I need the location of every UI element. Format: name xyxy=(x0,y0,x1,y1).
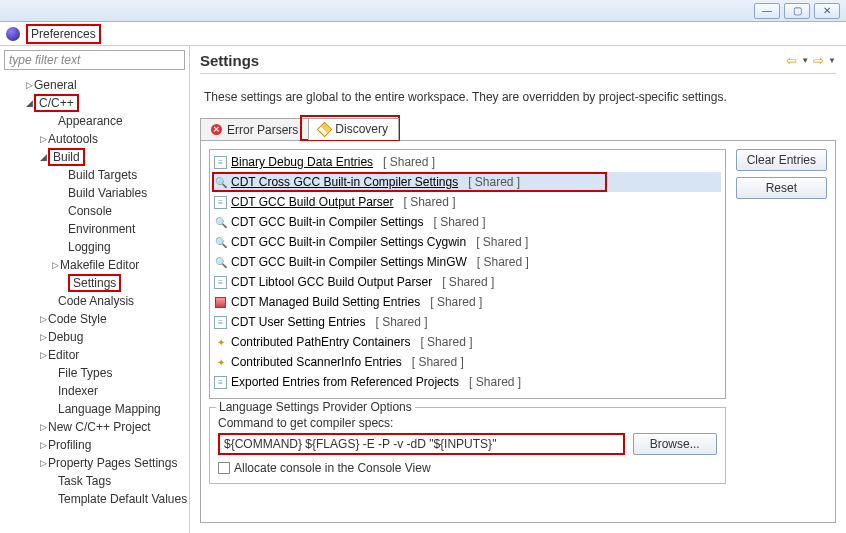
provider-listbox[interactable]: ≡Binary Debug Data Entries[ Shared ]🔍CDT… xyxy=(209,149,726,399)
nav-back-icon[interactable]: ⇦ xyxy=(786,53,797,68)
provider-label: Exported Entries from Referenced Project… xyxy=(231,375,459,389)
tree-twisty-icon[interactable]: ▷ xyxy=(38,134,48,144)
tree-item[interactable]: Build Variables xyxy=(0,184,189,202)
minimize-button[interactable]: — xyxy=(754,3,780,19)
shared-badge: [ Shared ] xyxy=(376,315,428,329)
tree-item[interactable]: File Types xyxy=(0,364,189,382)
provider-label: CDT GCC Built-in Compiler Settings xyxy=(231,215,424,229)
group-legend: Language Settings Provider Options xyxy=(216,400,415,414)
preferences-tree[interactable]: ▷General◢C/C++Appearance▷Autotools◢Build… xyxy=(0,74,189,533)
shared-badge: [ Shared ] xyxy=(412,355,464,369)
tree-item-label: Debug xyxy=(48,330,83,344)
tree-item[interactable]: ▷Debug xyxy=(0,328,189,346)
provider-label: CDT GCC Built-in Compiler Settings Cygwi… xyxy=(231,235,466,249)
provider-row[interactable]: 🔍CDT GCC Built-in Compiler Settings[ Sha… xyxy=(214,212,721,232)
tree-twisty-icon[interactable]: ▷ xyxy=(38,422,48,432)
shared-badge: [ Shared ] xyxy=(477,255,529,269)
tree-twisty-icon[interactable]: ▷ xyxy=(38,350,48,360)
tree-item[interactable]: ▷Makefile Editor xyxy=(0,256,189,274)
tab-label: Discovery xyxy=(335,122,388,136)
shared-badge: [ Shared ] xyxy=(404,195,456,209)
provider-row[interactable]: ≡CDT Libtool GCC Build Output Parser[ Sh… xyxy=(214,272,721,292)
tree-twisty-icon[interactable]: ◢ xyxy=(24,98,34,108)
provider-options-group: Language Settings Provider Options Comma… xyxy=(209,407,726,484)
tree-item-label: Build Variables xyxy=(68,186,147,200)
provider-label: CDT GCC Built-in Compiler Settings MinGW xyxy=(231,255,467,269)
tab-error-parsers[interactable]: ✕ Error Parsers xyxy=(200,118,309,140)
browse-button[interactable]: Browse... xyxy=(633,433,717,455)
tree-item[interactable]: ▷General xyxy=(0,76,189,94)
tree-item[interactable]: Task Tags xyxy=(0,472,189,490)
provider-row[interactable]: 🔍CDT Cross GCC Built-in Compiler Setting… xyxy=(214,172,721,192)
tree-item-label: Build xyxy=(48,148,85,166)
tree-item[interactable]: ▷Autotools xyxy=(0,130,189,148)
provider-label: CDT Managed Build Setting Entries xyxy=(231,295,420,309)
provider-row[interactable]: 🔍CDT GCC Built-in Compiler Settings MinG… xyxy=(214,252,721,272)
provider-row[interactable]: ✦Contributed ScannerInfo Entries[ Shared… xyxy=(214,352,721,372)
tree-item[interactable]: ◢C/C++ xyxy=(0,94,189,112)
provider-row[interactable]: ≡CDT User Setting Entries[ Shared ] xyxy=(214,312,721,332)
tree-item[interactable]: ▷Code Style xyxy=(0,310,189,328)
provider-label: CDT User Setting Entries xyxy=(231,315,366,329)
tree-twisty-icon[interactable]: ◢ xyxy=(38,152,48,162)
tree-item[interactable]: Template Default Values xyxy=(0,490,189,508)
provider-row[interactable]: ≡Exported Entries from Referenced Projec… xyxy=(214,372,721,392)
tree-item-label: Template Default Values xyxy=(58,492,187,506)
provider-row[interactable]: ≡Binary Debug Data Entries[ Shared ] xyxy=(214,152,721,172)
tree-twisty-icon[interactable]: ▷ xyxy=(38,440,48,450)
tree-item[interactable]: Appearance xyxy=(0,112,189,130)
nav-back-menu-icon[interactable]: ▼ xyxy=(801,56,809,65)
provider-row[interactable]: ≡CDT GCC Build Output Parser[ Shared ] xyxy=(214,192,721,212)
tree-item[interactable]: Language Mapping xyxy=(0,400,189,418)
tree-item[interactable]: ▷Property Pages Settings xyxy=(0,454,189,472)
tree-item[interactable]: Indexer xyxy=(0,382,189,400)
tree-item[interactable]: ▷Editor xyxy=(0,346,189,364)
provider-row[interactable]: ✦Contributed PathEntry Containers[ Share… xyxy=(214,332,721,352)
command-input[interactable]: ${COMMAND} ${FLAGS} -E -P -v -dD "${INPU… xyxy=(218,433,625,455)
nav-fwd-menu-icon[interactable]: ▼ xyxy=(828,56,836,65)
tree-item[interactable]: Environment xyxy=(0,220,189,238)
tree-item-label: General xyxy=(34,78,77,92)
shared-badge: [ Shared ] xyxy=(430,295,482,309)
tree-item[interactable]: Settings xyxy=(0,274,189,292)
close-button[interactable]: ✕ xyxy=(814,3,840,19)
shared-badge: [ Shared ] xyxy=(469,375,521,389)
tree-item-label: C/C++ xyxy=(34,94,79,112)
preferences-tree-panel: type filter text ▷General◢C/C++Appearanc… xyxy=(0,46,190,533)
tab-discovery[interactable]: Discovery xyxy=(308,118,399,140)
shared-badge: [ Shared ] xyxy=(434,215,486,229)
provider-row[interactable]: CDT Managed Build Setting Entries[ Share… xyxy=(214,292,721,312)
filter-input[interactable]: type filter text xyxy=(4,50,185,70)
tree-item-label: Console xyxy=(68,204,112,218)
tab-bar: ✕ Error Parsers Discovery xyxy=(200,118,836,141)
tree-item-label: Profiling xyxy=(48,438,91,452)
provider-row[interactable]: 🔍CDT GCC Built-in Compiler Settings Cygw… xyxy=(214,232,721,252)
tree-item[interactable]: ▷New C/C++ Project xyxy=(0,418,189,436)
discovery-icon xyxy=(317,121,333,137)
eclipse-icon xyxy=(6,27,20,41)
tree-item[interactable]: Logging xyxy=(0,238,189,256)
tree-twisty-icon[interactable]: ▷ xyxy=(50,260,60,270)
tree-item[interactable]: Code Analysis xyxy=(0,292,189,310)
tree-item-label: Autotools xyxy=(48,132,98,146)
nav-fwd-icon[interactable]: ⇨ xyxy=(813,53,824,68)
reset-button[interactable]: Reset xyxy=(736,177,827,199)
tree-item-label: Code Analysis xyxy=(58,294,134,308)
tree-item[interactable]: Console xyxy=(0,202,189,220)
shared-badge: [ Shared ] xyxy=(383,155,435,169)
tree-twisty-icon[interactable]: ▷ xyxy=(24,80,34,90)
tree-twisty-icon[interactable]: ▷ xyxy=(38,332,48,342)
tree-item[interactable]: ◢Build xyxy=(0,148,189,166)
tree-item-label: Appearance xyxy=(58,114,123,128)
page-description: These settings are global to the entire … xyxy=(200,74,836,118)
tree-item[interactable]: Build Targets xyxy=(0,166,189,184)
command-label: Command to get compiler specs: xyxy=(218,416,717,430)
maximize-button[interactable]: ▢ xyxy=(784,3,810,19)
tree-twisty-icon[interactable]: ▷ xyxy=(38,314,48,324)
allocate-console-label: Allocate console in the Console View xyxy=(234,461,431,475)
tree-item[interactable]: ▷Profiling xyxy=(0,436,189,454)
provider-label: Contributed ScannerInfo Entries xyxy=(231,355,402,369)
clear-entries-button[interactable]: Clear Entries xyxy=(736,149,827,171)
allocate-console-checkbox[interactable] xyxy=(218,462,230,474)
tree-twisty-icon[interactable]: ▷ xyxy=(38,458,48,468)
